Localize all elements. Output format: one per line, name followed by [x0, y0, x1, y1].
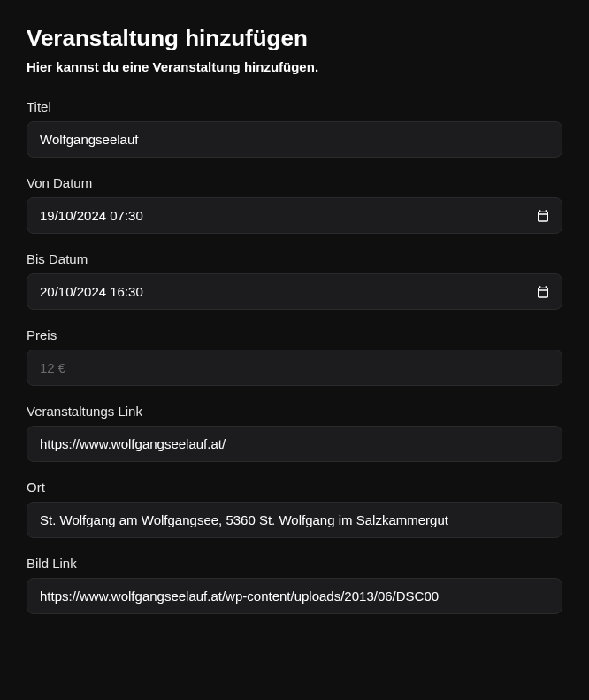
form-group-titel: Titel — [27, 99, 562, 158]
bis-datum-wrapper — [27, 273, 562, 310]
veranstaltungs-link-input[interactable] — [27, 426, 562, 462]
form-group-preis: Preis — [27, 327, 562, 386]
bild-link-label: Bild Link — [27, 556, 562, 571]
ort-label: Ort — [27, 480, 562, 495]
form-group-bis-datum: Bis Datum — [27, 251, 562, 310]
titel-input[interactable] — [27, 121, 562, 158]
von-datum-wrapper — [27, 197, 562, 234]
titel-label: Titel — [27, 99, 562, 114]
page-subtitle: Hier kannst du eine Veranstaltung hinzuf… — [27, 59, 562, 74]
von-datum-label: Von Datum — [27, 175, 562, 190]
form-group-bild-link: Bild Link — [27, 556, 562, 614]
form-group-veranstaltungs-link: Veranstaltungs Link — [27, 404, 562, 462]
bis-datum-label: Bis Datum — [27, 251, 562, 266]
preis-label: Preis — [27, 327, 562, 342]
form-group-von-datum: Von Datum — [27, 175, 562, 234]
von-datum-input[interactable] — [27, 197, 562, 234]
bild-link-input[interactable] — [27, 578, 562, 614]
form-group-ort: Ort — [27, 480, 562, 538]
preis-input[interactable] — [27, 350, 562, 386]
page-title: Veranstaltung hinzufügen — [27, 25, 562, 52]
veranstaltungs-link-label: Veranstaltungs Link — [27, 404, 562, 419]
bis-datum-input[interactable] — [27, 273, 562, 310]
ort-input[interactable] — [27, 502, 562, 538]
